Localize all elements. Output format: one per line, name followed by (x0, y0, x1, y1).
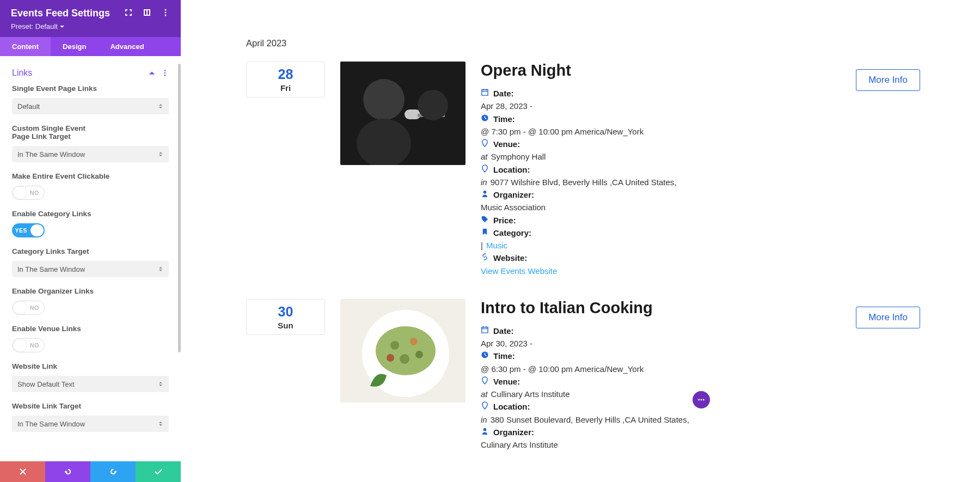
month-heading: April 2023 (246, 38, 920, 48)
select-updown-icon (158, 266, 163, 272)
svg-point-7 (363, 79, 405, 120)
more-info-button[interactable]: More Info (856, 307, 920, 328)
sidebar-footer (0, 461, 181, 482)
svg-point-25 (701, 399, 702, 401)
pin-icon (481, 163, 489, 172)
undo-button[interactable] (45, 461, 90, 482)
event-title: Opera Night (481, 62, 834, 80)
svg-point-23 (483, 428, 487, 431)
select-custom-link-target[interactable]: In The Same Window (12, 146, 169, 162)
chevron-down-icon (60, 25, 64, 29)
date-box: 30 Sun (246, 299, 325, 335)
date-number: 28 (278, 66, 293, 82)
tab-advanced[interactable]: Advanced (98, 37, 156, 56)
toggle-make-entire-clickable[interactable]: NO (12, 186, 45, 200)
svg-point-5 (164, 75, 166, 76)
person-icon (481, 426, 489, 434)
sidebar-body: Links Single Event Page Links Default Cu… (0, 56, 181, 461)
redo-button[interactable] (90, 461, 136, 482)
field-label: Enable Venue Links (12, 325, 169, 333)
event-row: 28 Fri Opera Night Date: Apr 28, 2023 - … (246, 62, 920, 277)
svg-point-16 (376, 326, 436, 375)
svg-point-19 (400, 354, 409, 364)
settings-sidebar: Events Feed Settings Preset: Default Con… (0, 0, 181, 482)
event-image (340, 299, 465, 402)
website-link[interactable]: View Events Website (481, 265, 557, 277)
date-number: 30 (278, 304, 293, 320)
cancel-button[interactable] (0, 461, 45, 482)
svg-point-20 (415, 351, 423, 358)
more-vertical-icon[interactable] (161, 8, 170, 19)
pin-icon (481, 138, 489, 146)
person-icon (481, 188, 489, 197)
select-updown-icon (158, 151, 163, 157)
svg-point-3 (164, 70, 166, 71)
event-image (340, 62, 465, 165)
field-label: Enable Category Links (12, 210, 169, 218)
columns-icon[interactable] (143, 8, 151, 19)
event-info: Opera Night Date: Apr 28, 2023 - Time: @… (481, 62, 834, 277)
date-weekday: Sun (278, 321, 293, 330)
svg-point-21 (387, 354, 394, 362)
more-info-button[interactable]: More Info (856, 69, 920, 91)
event-row: 30 Sun Intro to Italian Cooking (246, 299, 920, 452)
svg-point-24 (698, 399, 700, 401)
expand-icon[interactable] (124, 8, 133, 19)
event-info: Intro to Italian Cooking Date: Apr 30, 2… (481, 299, 834, 452)
field-label: Website Link (12, 362, 169, 370)
date-box: 28 Fri (246, 62, 325, 97)
select-updown-icon (158, 381, 163, 387)
calendar-icon (481, 87, 489, 95)
field-label: Make Entire Event Clickable (12, 172, 169, 180)
sidebar-title: Events Feed Settings (11, 8, 124, 19)
pin-icon (481, 400, 489, 408)
chevron-up-icon (148, 69, 156, 77)
calendar-icon (481, 325, 489, 333)
svg-point-26 (703, 399, 705, 401)
svg-point-2 (165, 15, 167, 16)
field-label: Custom Single Event Page Link Target (12, 124, 99, 141)
category-link[interactable]: Music (486, 239, 507, 252)
preset-selector[interactable]: Preset: Default (11, 22, 170, 30)
preview-pane: April 2023 28 Fri Opera Night Date: (181, 0, 980, 482)
toggle-enable-category-links[interactable]: YES (12, 223, 45, 237)
select-website-link-target[interactable]: In The Same Window (12, 416, 169, 432)
select-website-link[interactable]: Show Default Text (12, 376, 169, 392)
section-header-links[interactable]: Links (12, 64, 169, 84)
select-updown-icon (158, 103, 163, 109)
tab-content[interactable]: Content (0, 37, 51, 56)
clock-icon (481, 350, 489, 358)
svg-point-4 (164, 72, 166, 74)
floating-action-button[interactable] (693, 391, 710, 408)
field-label: Category Links Target (12, 247, 169, 255)
sidebar-header: Events Feed Settings Preset: Default (0, 0, 181, 37)
sidebar-tabs: Content Design Advanced (0, 37, 181, 56)
svg-point-18 (410, 338, 418, 345)
date-weekday: Fri (280, 83, 291, 93)
svg-point-1 (165, 12, 167, 14)
tag-icon (481, 214, 489, 222)
svg-point-0 (165, 9, 167, 11)
tab-design[interactable]: Design (51, 37, 98, 56)
select-single-event-page-links[interactable]: Default (12, 98, 169, 114)
select-updown-icon (158, 421, 163, 426)
field-label: Website Link Target (12, 402, 169, 410)
link-icon (481, 252, 489, 260)
confirm-button[interactable] (136, 461, 181, 482)
svg-point-13 (483, 191, 487, 194)
pin-icon (481, 375, 489, 383)
field-label: Enable Organizer Links (12, 287, 169, 295)
svg-point-11 (418, 90, 448, 120)
event-title: Intro to Italian Cooking (481, 299, 834, 317)
bookmark-icon (481, 227, 489, 235)
toggle-enable-organizer-links[interactable]: NO (12, 301, 45, 315)
toggle-enable-venue-links[interactable]: NO (12, 338, 45, 352)
clock-icon (481, 113, 489, 121)
select-category-links-target[interactable]: In The Same Window (12, 261, 169, 277)
svg-point-17 (390, 341, 399, 350)
field-label: Single Event Page Links (12, 84, 169, 93)
more-vertical-icon (161, 69, 169, 77)
